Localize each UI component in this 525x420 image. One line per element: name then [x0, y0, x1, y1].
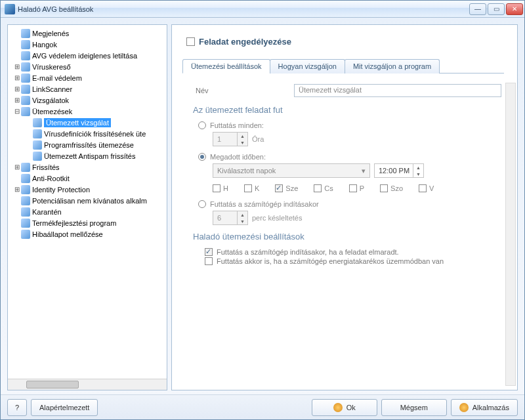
startup-delay-spinner[interactable]: 6 ▲▼ — [213, 211, 248, 225]
close-button[interactable]: ✕ — [506, 3, 523, 15]
tree-item[interactable]: Karantén — [8, 206, 167, 217]
radio-run-every[interactable] — [198, 121, 206, 129]
tree-item[interactable]: ⊞Víruskereső — [8, 61, 167, 72]
window: Haladó AVG beállítások — ▭ ✕ MegjelenésH… — [0, 0, 525, 420]
tree-item[interactable]: Vírusdefiníciók frissítésének üte — [8, 128, 167, 139]
tree-node-icon — [21, 96, 30, 105]
spin-up-icon[interactable]: ▲ — [237, 133, 247, 139]
tree-item[interactable]: AVG védelem ideiglenes letiltása — [8, 50, 167, 61]
tree-expander-icon[interactable]: ⊞ — [13, 85, 20, 93]
tree-expander-icon[interactable]: ⊟ — [13, 108, 20, 115]
run-every-unit: Óra — [252, 135, 264, 143]
default-button[interactable]: Alapértelmezett — [31, 399, 98, 416]
startup-delay-unit: perc késleltetés — [252, 214, 302, 222]
tree-item[interactable]: Potenciálisan nem kívánatos alkalm — [8, 195, 167, 206]
tab-what-to-scan[interactable]: Mit vizsgáljon a program — [345, 59, 440, 74]
selected-days-dropdown[interactable]: Kiválasztott napok ▾ — [213, 163, 370, 178]
day-p-checkbox[interactable] — [349, 184, 357, 192]
adv-run-on-battery-checkbox[interactable] — [205, 257, 213, 265]
shield-icon — [333, 403, 343, 412]
ok-button[interactable]: Ok — [312, 399, 377, 416]
time-value: 12:00 PM — [379, 167, 410, 175]
detail-vertical-scrollbar[interactable] — [505, 83, 516, 386]
enable-task-checkbox[interactable] — [186, 37, 195, 46]
settings-tree[interactable]: MegjelenésHangokAVG védelem ideiglenes l… — [8, 25, 167, 379]
spin-down-icon[interactable]: ▼ — [237, 139, 247, 146]
content-area: MegjelenésHangokAVG védelem ideiglenes l… — [1, 18, 524, 394]
day-cs-checkbox[interactable] — [314, 184, 322, 192]
tree-item-label: AVG védelem ideiglenes letiltása — [32, 52, 137, 60]
radio-run-on-startup[interactable] — [198, 200, 206, 208]
tree-expander-icon[interactable]: ⊞ — [13, 96, 20, 104]
tree-item[interactable]: Hangok — [8, 39, 167, 50]
tree-item[interactable]: Ütemezett vizsgálat — [8, 117, 167, 128]
selected-days-value: Kiválasztott napok — [217, 167, 276, 175]
tree-expander-icon[interactable]: ⊞ — [13, 186, 20, 193]
day-k-checkbox[interactable] — [244, 184, 252, 192]
help-button[interactable]: ? — [7, 399, 27, 416]
day-szo-checkbox[interactable] — [380, 184, 388, 192]
tree-item[interactable]: Anti-Rootkit — [8, 173, 167, 184]
radio-run-every-label: Futtatás minden: — [210, 121, 264, 129]
tree-item-label: Víruskereső — [32, 63, 71, 71]
spin-up-icon[interactable]: ▲ — [413, 164, 423, 171]
titlebar: Haladó AVG beállítások — ▭ ✕ — [1, 1, 524, 18]
day-sze-checkbox[interactable] — [275, 184, 283, 192]
maximize-button[interactable]: ▭ — [488, 3, 505, 15]
tree-item[interactable]: Programfrissítés ütemezése — [8, 139, 167, 150]
tree-node-icon — [21, 230, 30, 239]
tree-item-label: Vírusdefiníciók frissítésének üte — [44, 130, 146, 138]
tree-node-icon — [21, 196, 30, 205]
tree-item[interactable]: ⊞E-mail védelem — [8, 72, 167, 83]
tree-item[interactable]: ⊞LinkScanner — [8, 83, 167, 94]
tree-item-label: Megjelenés — [32, 30, 69, 37]
tree-item[interactable]: ⊞Identity Protection — [8, 184, 167, 195]
footer: ? Alapértelmezett Ok Mégsem Alkalmazás — [1, 394, 524, 419]
spin-up-icon[interactable]: ▲ — [237, 211, 247, 218]
minimize-button[interactable]: — — [469, 3, 486, 15]
time-input[interactable]: 12:00 PM ▲▼ — [374, 163, 424, 178]
name-label: Név — [196, 87, 294, 94]
scrollbar-thumb[interactable] — [26, 381, 79, 388]
day-h-checkbox[interactable] — [213, 184, 220, 192]
tree-item[interactable]: Termékfejlesztési program — [8, 217, 167, 228]
tree-expander-icon[interactable]: ⊞ — [13, 63, 20, 70]
tree-item[interactable]: Megjelenés — [8, 28, 167, 39]
tree-item-label: Frissítés — [32, 163, 60, 171]
radio-run-on-startup-label: Futtatás a számítógép indításakor — [210, 200, 319, 208]
tree-node-icon — [21, 74, 30, 83]
tab-bar: Ütemezési beállítások Hogyan vizsgáljon … — [182, 58, 504, 74]
tree-node-icon — [33, 118, 42, 127]
tree-item[interactable]: ⊞Vizsgálatok — [8, 94, 167, 106]
spin-down-icon[interactable]: ▼ — [413, 171, 423, 177]
tree-item-label: Ütemezések — [32, 108, 72, 116]
tree-node-icon — [21, 107, 30, 116]
tree-item[interactable]: Ütemezett Antispam frissítés — [8, 150, 167, 161]
cancel-button[interactable]: Mégsem — [381, 399, 447, 416]
tree-item[interactable]: ⊟Ütemezések — [8, 106, 167, 117]
tree-node-icon — [21, 29, 30, 38]
tab-how-to-scan[interactable]: Hogyan vizsgáljon — [270, 59, 345, 74]
run-every-value-spinner[interactable]: 1 ▲▼ — [213, 132, 248, 146]
tree-node-icon — [21, 163, 30, 172]
tree-item[interactable]: ⊞Frissítés — [8, 161, 167, 173]
radio-run-at-time-label: Megadott időben: — [210, 153, 266, 161]
tree-node-icon — [21, 62, 30, 72]
radio-run-at-time[interactable] — [198, 153, 206, 161]
tree-horizontal-scrollbar[interactable] — [8, 379, 167, 390]
schedule-name-input[interactable]: Ütemezett vizsgálat — [294, 84, 501, 97]
spin-down-icon[interactable]: ▼ — [237, 218, 247, 224]
tree-node-icon — [33, 129, 42, 138]
tree-item-label: LinkScanner — [32, 85, 72, 93]
tree-node-icon — [21, 207, 30, 217]
tree-expander-icon[interactable]: ⊞ — [13, 74, 20, 81]
day-v-checkbox[interactable] — [419, 184, 427, 192]
tree-node-icon — [21, 185, 30, 194]
tree-expander-icon[interactable]: ⊞ — [13, 163, 20, 171]
tree-item-label: Termékfejlesztési program — [32, 219, 116, 227]
adv-run-if-missed-checkbox[interactable] — [205, 248, 213, 256]
tab-schedule-settings[interactable]: Ütemezési beállítások — [182, 59, 270, 74]
tree-item[interactable]: Hibaállapot mellőzése — [8, 228, 167, 240]
apply-button[interactable]: Alkalmazás — [451, 399, 518, 416]
tree-node-icon — [21, 219, 30, 228]
